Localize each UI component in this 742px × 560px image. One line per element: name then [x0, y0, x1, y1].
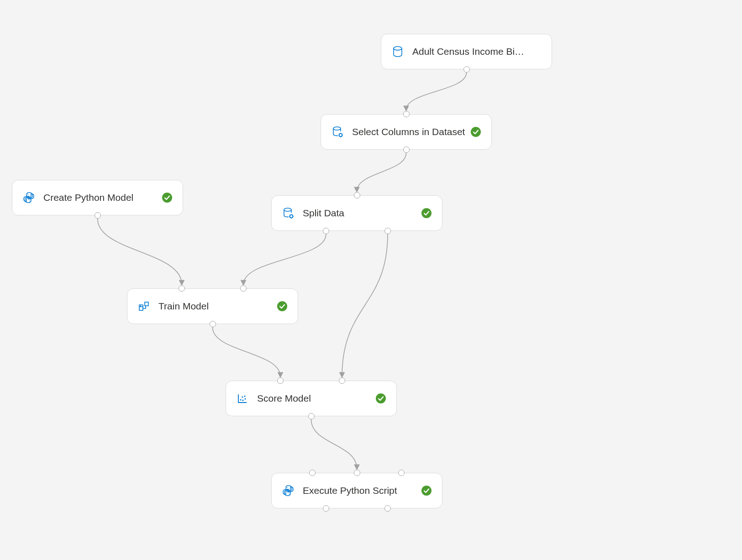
port[interactable]: [384, 505, 391, 512]
status-badge: [277, 301, 288, 312]
node-score[interactable]: Score Model: [226, 381, 397, 416]
port[interactable]: [463, 66, 470, 73]
port[interactable]: [309, 470, 316, 476]
database-gear-icon: [282, 207, 295, 220]
port[interactable]: [179, 285, 185, 292]
node-split[interactable]: Split Data: [271, 195, 442, 231]
port[interactable]: [354, 192, 360, 199]
port[interactable]: [354, 470, 360, 476]
edge: [213, 327, 281, 377]
database-gear-icon: [331, 126, 344, 138]
node-dataset[interactable]: Adult Census Income Binary ...: [381, 34, 552, 69]
status-badge: [375, 393, 386, 404]
node-label: Execute Python Script: [303, 485, 416, 496]
node-execute[interactable]: Execute Python Script: [271, 473, 442, 508]
status-badge: [531, 46, 542, 57]
node-train[interactable]: Train Model: [127, 288, 298, 324]
node-select[interactable]: Select Columns in Dataset: [321, 114, 492, 150]
scatter-icon: [236, 392, 249, 405]
port[interactable]: [323, 228, 329, 234]
node-label: Adult Census Income Binary ...: [412, 46, 526, 57]
port[interactable]: [403, 111, 410, 117]
train-icon: [137, 300, 150, 313]
port[interactable]: [277, 377, 284, 384]
node-label: Score Model: [257, 393, 371, 404]
edge: [98, 219, 182, 284]
node-create_model[interactable]: Create Python Model: [12, 180, 183, 215]
node-label: Split Data: [303, 208, 416, 219]
port[interactable]: [240, 285, 247, 292]
python-icon: [282, 484, 295, 497]
pipeline-canvas[interactable]: Adult Census Income Binary ...Select Col…: [0, 0, 742, 560]
database-icon: [391, 45, 404, 58]
port[interactable]: [210, 321, 216, 327]
edge: [243, 234, 326, 284]
port[interactable]: [308, 413, 315, 419]
port[interactable]: [339, 377, 345, 384]
python-icon: [22, 191, 35, 204]
node-label: Create Python Model: [43, 192, 157, 203]
port[interactable]: [398, 470, 405, 476]
status-badge: [162, 192, 173, 203]
edge: [406, 73, 467, 110]
status-badge: [470, 126, 481, 137]
edge: [357, 153, 406, 191]
status-badge: [421, 208, 432, 219]
node-label: Train Model: [158, 301, 272, 312]
port[interactable]: [323, 505, 329, 512]
port[interactable]: [384, 228, 391, 234]
node-label: Select Columns in Dataset: [352, 126, 466, 137]
edge: [311, 419, 357, 469]
port[interactable]: [403, 147, 410, 153]
edge: [342, 234, 388, 377]
port[interactable]: [95, 212, 101, 219]
status-badge: [421, 485, 432, 496]
